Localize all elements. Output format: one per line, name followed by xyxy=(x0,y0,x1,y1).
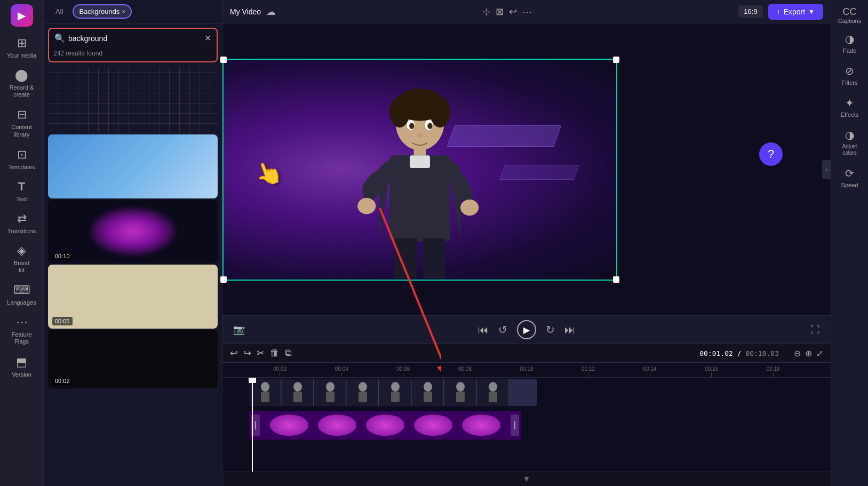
timeline-content xyxy=(222,378,831,472)
undo-preview-icon[interactable]: ↩ xyxy=(509,6,517,18)
thumb-figure-2 xyxy=(290,381,306,404)
forward-icon[interactable]: ↻ xyxy=(546,323,555,336)
copy-icon[interactable]: ⧉ xyxy=(285,347,292,359)
speed-icon: ⟳ xyxy=(845,167,854,180)
sidebar-item-content-library[interactable]: ⊟ Contentlibrary xyxy=(3,103,41,142)
bg-oval-1 xyxy=(270,415,308,436)
playhead[interactable] xyxy=(252,378,253,472)
bg-track xyxy=(249,409,831,441)
current-time: 00:01.02 xyxy=(699,349,733,357)
feature-icon: ⋯ xyxy=(16,315,28,329)
playhead-handle[interactable] xyxy=(249,378,256,383)
timeline-toolbar: ↩ ↪ ✂ 🗑 ⧉ 00:01.02 / 00:10.03 ⊖ ⊕ ⤢ xyxy=(222,344,831,363)
thumb-frame-8 xyxy=(477,379,509,406)
bg-track-inner[interactable] xyxy=(249,411,521,440)
canvas-handle-tl[interactable] xyxy=(220,57,227,63)
speed-label: Speed xyxy=(841,182,858,188)
thumb-frame-6 xyxy=(412,379,444,406)
camera-icon[interactable]: 📷 xyxy=(233,324,245,336)
preview-canvas xyxy=(222,59,617,281)
sidebar-item-record-create[interactable]: ⬤ Record &create xyxy=(3,64,41,102)
right-item-filters[interactable]: ⊘ Filters xyxy=(834,60,866,90)
thumb-frame-2 xyxy=(282,379,314,406)
bg-track-handle-right[interactable] xyxy=(511,415,519,436)
crop-icon[interactable]: ⊹ xyxy=(482,6,490,18)
resize-icon[interactable]: ⊠ xyxy=(496,6,504,18)
tab-backgrounds[interactable]: Backgrounds × xyxy=(73,4,132,19)
sidebar-item-feature-flags[interactable]: ⋯ FeatureFlags xyxy=(3,311,41,349)
languages-icon: ⌨ xyxy=(13,283,30,297)
svg-rect-15 xyxy=(423,238,445,278)
templates-icon: ⊡ xyxy=(17,148,27,162)
sidebar-item-text[interactable]: T Text xyxy=(3,176,41,206)
export-button[interactable]: ↑ Export ▼ xyxy=(768,4,823,20)
sidebar-label-templates: Templates xyxy=(8,164,35,170)
tab-all[interactable]: All xyxy=(49,5,69,18)
canvas-handle-bl[interactable] xyxy=(220,276,227,283)
text-icon: T xyxy=(18,180,25,194)
search-input[interactable] xyxy=(68,34,201,43)
right-item-speed[interactable]: ⟳ Speed xyxy=(834,163,866,193)
svg-point-28 xyxy=(456,382,465,392)
sidebar-label-transitions: Transitions xyxy=(7,228,36,234)
svg-rect-19 xyxy=(293,392,302,402)
canvas-handle-tr[interactable] xyxy=(613,57,619,63)
thumb-figure-1 xyxy=(257,381,273,404)
right-item-fade[interactable]: ◑ Fade xyxy=(834,28,866,58)
rewind-icon[interactable]: ↺ xyxy=(498,323,507,336)
filters-label: Filters xyxy=(842,79,858,86)
zoom-in-icon[interactable]: ⊕ xyxy=(805,348,812,358)
redo-icon[interactable]: ↪ xyxy=(243,347,251,359)
video-track-inner xyxy=(249,379,537,406)
fullscreen-icon[interactable]: ⛶ xyxy=(810,324,820,336)
media-duration-dark: 00:02 xyxy=(52,377,73,385)
sidebar-item-version[interactable]: ⬒ Version xyxy=(3,351,41,382)
thumb-figure-4 xyxy=(355,381,371,404)
svg-point-3 xyxy=(430,97,450,128)
play-button[interactable]: ▶ xyxy=(517,320,536,339)
ruler-mark-06: 00:06 xyxy=(372,366,434,377)
top-bar: My Video ☁ ⊹ ⊠ ↩ ⋯ 16:9 ↑ Export ▼ xyxy=(222,0,831,23)
search-clear-button[interactable]: ✕ xyxy=(204,33,211,43)
fit-timeline-icon[interactable]: ⤢ xyxy=(816,348,823,358)
sidebar-item-templates[interactable]: ⊡ Templates xyxy=(3,144,41,174)
media-grid: 00:10 00:05 00:02 xyxy=(44,67,222,486)
aspect-ratio-badge[interactable]: 16:9 xyxy=(738,5,762,18)
media-item-purple-oval[interactable]: 00:10 xyxy=(48,200,218,264)
playback-controls: 📷 ⏮ ↺ ▶ ↻ ⏭ ⛶ xyxy=(222,315,831,344)
deco-parallelogram-2 xyxy=(499,165,579,180)
media-item-blue[interactable] xyxy=(48,134,218,198)
effects-icon: ✦ xyxy=(845,97,854,109)
help-button[interactable]: ? xyxy=(759,142,783,166)
thumb-figure-7 xyxy=(452,381,468,404)
tab-backgrounds-close[interactable]: × xyxy=(122,8,125,15)
delete-icon[interactable]: 🗑 xyxy=(270,347,280,359)
canvas-handle-br[interactable] xyxy=(613,276,619,283)
more-options-icon[interactable]: ⋯ xyxy=(522,6,532,18)
fade-label: Fade xyxy=(843,47,856,54)
app-logo: ▶ xyxy=(11,4,33,27)
media-item-beige[interactable]: 00:05 xyxy=(48,265,218,329)
sidebar-item-transitions[interactable]: ⇄ Transitions xyxy=(3,208,41,238)
search-box-wrapper: 🔍 ✕ 242 results found xyxy=(48,28,218,62)
sidebar-item-languages[interactable]: ⌨ Languages xyxy=(3,279,41,310)
undo-icon[interactable]: ↩ xyxy=(230,347,238,359)
zoom-out-icon[interactable]: ⊖ xyxy=(794,348,801,358)
right-item-adjust-colors[interactable]: ◑ Adjustcolors xyxy=(834,124,866,161)
media-duration-beige: 00:05 xyxy=(52,317,73,325)
right-item-effects[interactable]: ✦ Effects xyxy=(834,92,866,122)
video-title: My Video xyxy=(230,7,261,16)
transitions-icon: ⇄ xyxy=(17,212,27,226)
sidebar-item-brand[interactable]: ◈ Brandkit xyxy=(3,240,41,278)
adjust-colors-icon: ◑ xyxy=(845,129,854,141)
collapse-right-panel-button[interactable]: ‹ xyxy=(822,160,831,179)
ruler-marks: 00:02 00:04 00:06 00:08 00:10 00:12 00:1… xyxy=(249,363,804,377)
media-item-yellow[interactable] xyxy=(48,67,218,133)
bg-oval-4 xyxy=(414,415,452,436)
cut-icon[interactable]: ✂ xyxy=(257,347,265,359)
skip-forward-icon[interactable]: ⏭ xyxy=(564,324,575,336)
media-item-dark[interactable]: 00:02 xyxy=(48,330,218,388)
sidebar-item-your-media[interactable]: ⊞ Your media xyxy=(3,32,41,63)
bottom-chevron[interactable]: ▼ xyxy=(222,472,831,486)
skip-back-icon[interactable]: ⏮ xyxy=(478,324,489,336)
